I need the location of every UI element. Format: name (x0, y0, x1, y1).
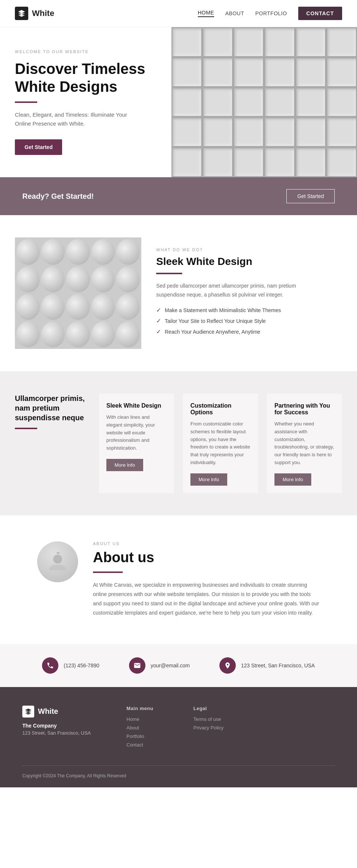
sphere (91, 266, 115, 292)
cta-banner-button[interactable]: Get Started (286, 189, 335, 203)
grid-cell (295, 147, 326, 177)
about-avatar-image (46, 551, 69, 573)
grid-cell (295, 87, 326, 117)
about-tag: ABOUT US (93, 541, 320, 546)
sphere (116, 239, 140, 265)
hero-image-grid (171, 27, 357, 177)
hero-section: WELCOME TO OUR WEBSITE Discover Timeless… (0, 27, 357, 177)
card-0-button[interactable]: More Info (106, 459, 143, 471)
sphere (91, 294, 115, 320)
hero-get-started-button[interactable]: Get Started (15, 139, 62, 155)
about-inner: ABOUT US About us At White Canvas, we sp… (37, 541, 320, 618)
sphere (66, 266, 90, 292)
footer-link-contact[interactable]: Contact (126, 742, 171, 748)
email-icon (134, 662, 141, 669)
grid-cell (326, 87, 357, 117)
features-description: Sed pede ullamcorper amet ullamcorper pr… (156, 282, 298, 299)
grid-cell (202, 27, 233, 57)
logo-text: White (32, 9, 54, 18)
footer-link-portfolio[interactable]: Portfolio (126, 733, 171, 739)
navigation: White HOME ABOUT PORTFOLIO CONTACT (0, 0, 357, 27)
grid-cell (202, 57, 233, 87)
check-icon: ✓ (156, 307, 161, 314)
grid-cell (171, 117, 202, 147)
footer-main-menu-title: Main menu (126, 706, 171, 711)
about-title: About us (93, 550, 320, 566)
nav-contact-button[interactable]: CONTACT (298, 7, 342, 20)
grid-cell (295, 57, 326, 87)
footer-brand: White The Company 123 Street, San Franci… (22, 706, 104, 751)
feature-item-2: ✓ Reach Your Audience Anywhere, Anytime (156, 328, 342, 335)
footer-top: White The Company 123 Street, San Franci… (22, 706, 335, 751)
footer-company-name: The Company (22, 723, 104, 729)
grid-cell (295, 117, 326, 147)
check-icon: ✓ (156, 317, 161, 324)
cta-banner-text: Ready? Get Started! (22, 192, 94, 201)
footer-legal: Legal Terms of use Privacy Policy (193, 706, 238, 751)
features-spheres-grid (15, 237, 141, 349)
sphere (66, 239, 90, 265)
grid-cell (264, 87, 295, 117)
contact-phone-text: (123) 456-7890 (64, 663, 99, 668)
footer-logo-icon (22, 706, 34, 718)
grid-cell (326, 117, 357, 147)
grid-cell (233, 27, 264, 57)
features-section: WHAT DO WE DO? Sleek White Design Sed pe… (0, 215, 357, 371)
about-section: ABOUT US About us At White Canvas, we sp… (0, 515, 357, 644)
sphere (16, 321, 40, 347)
footer-link-privacy[interactable]: Privacy Policy (193, 725, 238, 731)
about-avatar (37, 541, 78, 582)
grid-cell (171, 57, 202, 87)
grid-cell (264, 27, 295, 57)
card-1-button[interactable]: More Info (190, 473, 227, 486)
card-0-title: Sleek White Design (106, 402, 167, 409)
cards-main-divider (15, 428, 37, 429)
nav-link-about[interactable]: ABOUT (225, 10, 244, 16)
grid-cell (171, 87, 202, 117)
footer-company-address: 123 Street, San Francisco, USA (22, 730, 104, 736)
logo[interactable]: White (15, 7, 54, 20)
sphere (91, 239, 115, 265)
feature-item-1: ✓ Tailor Your Site to Reflect Your Uniqu… (156, 317, 342, 324)
grid-cell (233, 57, 264, 87)
grid-cell (326, 27, 357, 57)
grid-cell (202, 117, 233, 147)
footer-logo-svg (25, 708, 32, 715)
card-0: Sleek White Design With clean lines and … (99, 393, 174, 493)
card-1-title: Customization Options (190, 402, 251, 416)
footer-link-home[interactable]: Home (126, 716, 171, 722)
contact-address-text: 123 Street, San Francisco, USA (241, 663, 315, 668)
grid-cell (264, 117, 295, 147)
footer-main-menu: Main menu Home About Portfolio Contact (126, 706, 171, 751)
sphere (116, 266, 140, 292)
features-tag: WHAT DO WE DO? (156, 247, 342, 252)
footer-link-terms[interactable]: Terms of use (193, 716, 238, 722)
nav-link-home[interactable]: HOME (198, 10, 214, 17)
feature-item-0: ✓ Make a Statement with Minimalistic Whi… (156, 307, 342, 314)
contact-email-text: your@email.com (151, 663, 190, 668)
card-2-title: Partnering with You for Success (274, 402, 335, 416)
location-icon-wrap (219, 657, 236, 674)
footer-link-about[interactable]: About (126, 725, 171, 731)
grid-cell (326, 147, 357, 177)
grid-cell (326, 57, 357, 87)
card-2-button[interactable]: More Info (274, 473, 311, 486)
logo-svg (17, 9, 26, 17)
nav-link-portfolio[interactable]: PORTFOLIO (255, 10, 287, 16)
hero-content: WELCOME TO OUR WEBSITE Discover Timeless… (0, 27, 171, 177)
grid-cell (171, 27, 202, 57)
hero-description: Clean, Elegant, and Timeless: Illuminate… (15, 110, 134, 128)
feature-item-2-text: Reach Your Audience Anywhere, Anytime (165, 329, 260, 335)
about-content: ABOUT US About us At White Canvas, we sp… (93, 541, 320, 618)
sphere (91, 321, 115, 347)
footer-logo-text: White (38, 707, 58, 716)
footer-legal-title: Legal (193, 706, 238, 711)
contact-phone-item: (123) 456-7890 (42, 657, 99, 674)
hero-image (171, 27, 357, 177)
hero-title: Discover Timeless White Designs (15, 60, 157, 95)
grid-cell (233, 147, 264, 177)
sphere (16, 266, 40, 292)
contact-bar: (123) 456-7890 your@email.com 123 Street… (0, 644, 357, 687)
sphere (66, 321, 90, 347)
copyright-text: Copyright ©2024 The Company, All Rights … (22, 773, 126, 778)
